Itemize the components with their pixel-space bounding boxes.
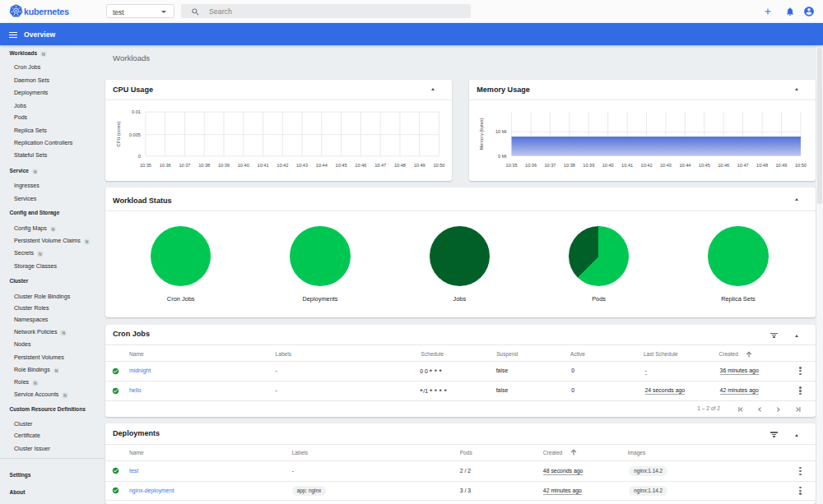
svg-text:0.01: 0.01 <box>132 109 141 114</box>
svg-text:10:47: 10:47 <box>374 162 386 167</box>
svg-text:10:43: 10:43 <box>660 162 672 167</box>
svg-text:10:45: 10:45 <box>698 162 709 167</box>
svg-text:10:35: 10:35 <box>139 162 151 167</box>
svg-text:10:40: 10:40 <box>237 162 249 167</box>
svg-text:CPU (cores): CPU (cores) <box>116 121 121 146</box>
svg-text:10:43: 10:43 <box>296 162 308 167</box>
svg-text:10:35: 10:35 <box>505 162 517 167</box>
svg-text:10:42: 10:42 <box>640 162 652 167</box>
svg-text:10:37: 10:37 <box>179 162 190 167</box>
svg-text:10:41: 10:41 <box>621 162 633 167</box>
svg-text:10:49: 10:49 <box>775 162 787 167</box>
svg-text:10:38: 10:38 <box>564 162 575 167</box>
svg-text:10:38: 10:38 <box>198 162 210 167</box>
svg-text:10:49: 10:49 <box>413 162 425 167</box>
svg-text:10:48: 10:48 <box>756 162 768 167</box>
svg-text:10 Mi: 10 Mi <box>495 129 507 134</box>
svg-text:10:44: 10:44 <box>315 162 327 167</box>
svg-text:10:50: 10:50 <box>433 162 444 167</box>
svg-text:10:39: 10:39 <box>217 162 229 167</box>
svg-text:0: 0 <box>137 153 140 158</box>
svg-text:10:50: 10:50 <box>795 162 807 167</box>
svg-text:10:39: 10:39 <box>583 162 594 167</box>
svg-text:10:45: 10:45 <box>335 162 346 167</box>
svg-text:10:42: 10:42 <box>277 162 288 167</box>
svg-text:10:44: 10:44 <box>679 162 690 167</box>
svg-text:10:36: 10:36 <box>159 162 170 167</box>
svg-text:10:48: 10:48 <box>393 162 405 167</box>
svg-text:10:37: 10:37 <box>544 162 556 167</box>
svg-text:10:40: 10:40 <box>602 162 613 167</box>
svg-text:10:36: 10:36 <box>525 162 537 167</box>
svg-text:10:46: 10:46 <box>718 162 729 167</box>
svg-text:10:41: 10:41 <box>257 162 268 167</box>
svg-text:0.005: 0.005 <box>128 132 140 136</box>
svg-text:0 Mi: 0 Mi <box>498 153 507 158</box>
svg-text:10:47: 10:47 <box>737 162 748 167</box>
svg-text:10:46: 10:46 <box>355 162 366 167</box>
svg-text:Memory (bytes): Memory (bytes) <box>479 118 484 150</box>
